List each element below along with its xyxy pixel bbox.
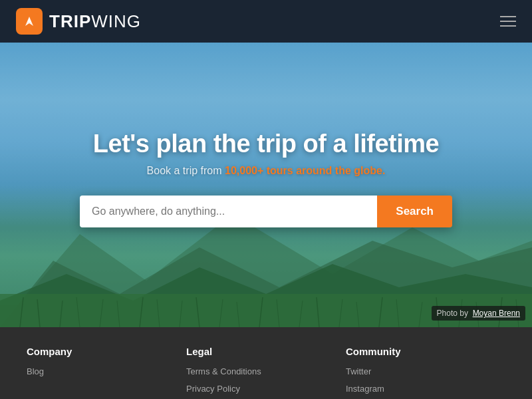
logo-icon (16, 8, 43, 35)
hero-title: Let's plan the trip of a lifetime (27, 130, 505, 158)
footer-community-title: Community (346, 346, 505, 357)
navbar: TRIPWING (0, 0, 532, 43)
logo[interactable]: TRIPWING (16, 8, 141, 35)
footer-link-terms[interactable]: Terms & Conditions (186, 365, 346, 379)
footer-col-legal: Legal Terms & Conditions Privacy Policy (186, 346, 346, 399)
search-bar: Search (80, 196, 452, 227)
hero-subtitle-normal: Book a trip from (147, 165, 225, 176)
hamburger-menu[interactable] (500, 16, 516, 27)
footer: Company Blog Legal Terms & Conditions Pr… (0, 327, 532, 399)
logo-brand: TRIP (49, 11, 91, 31)
search-input[interactable] (80, 196, 377, 227)
search-button[interactable]: Search (377, 196, 452, 227)
logo-sub: WING (91, 11, 141, 31)
hamburger-line-1 (500, 16, 516, 17)
hamburger-line-3 (500, 25, 516, 27)
footer-link-twitter[interactable]: Twitter (346, 365, 505, 379)
hero-section: Let's plan the trip of a lifetime Book a… (0, 43, 532, 327)
footer-link-privacy[interactable]: Privacy Policy (186, 382, 346, 396)
logo-text: TRIPWING (49, 11, 141, 32)
footer-col-community: Community Twitter Instagram Facebook (346, 346, 505, 399)
footer-link-instagram[interactable]: Instagram (346, 382, 505, 396)
footer-col-company: Company Blog (27, 346, 186, 399)
footer-company-title: Company (27, 346, 186, 357)
hero-subtitle-highlight: 10,000+ tours around the globe. (225, 165, 385, 176)
photo-credit: Photo by Moyan Brenn (432, 306, 525, 321)
hero-subtitle: Book a trip from 10,000+ tours around th… (27, 165, 505, 177)
footer-link-blog[interactable]: Blog (27, 365, 186, 379)
hero-content: Let's plan the trip of a lifetime Book a… (0, 130, 532, 227)
photo-credit-label: Photo by (437, 309, 468, 318)
logo-svg (21, 13, 38, 30)
footer-legal-title: Legal (186, 346, 346, 357)
photo-credit-link[interactable]: Moyan Brenn (473, 309, 520, 318)
hamburger-line-2 (500, 21, 516, 22)
